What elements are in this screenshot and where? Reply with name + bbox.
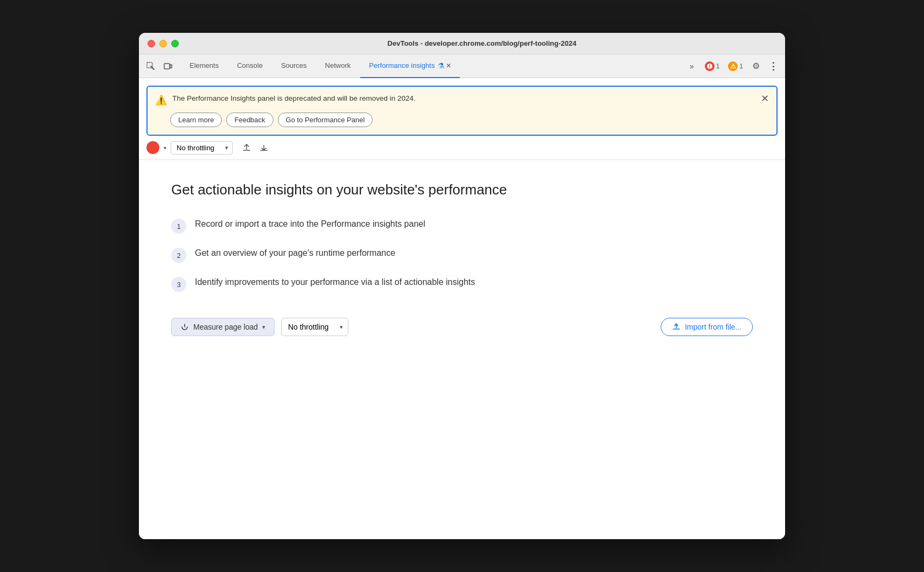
devtools-container: Elements Console Sources Network Perform… — [139, 54, 785, 539]
learn-more-button[interactable]: Learn more — [170, 113, 222, 127]
measure-btn-arrow-icon: ▾ — [262, 324, 265, 331]
tab-elements[interactable]: Elements — [181, 54, 227, 78]
close-banner-button[interactable]: ✕ — [758, 92, 771, 105]
inspect-element-icon[interactable] — [143, 59, 158, 74]
tab-console[interactable]: Console — [228, 54, 271, 78]
step-num-2: 2 — [171, 248, 186, 263]
measure-page-load-button[interactable]: Measure page load ▾ — [171, 318, 275, 336]
deprecation-banner: ⚠️ The Performance Insights panel is dep… — [146, 86, 778, 136]
tabs-right: » 1 ⚠ 1 ⚙ ⋮ — [684, 59, 781, 74]
close-button[interactable] — [148, 40, 155, 47]
throttle-select[interactable]: No throttling 4x slowdown 6x slowdown — [171, 141, 233, 155]
panel-content: ⚠️ The Performance Insights panel is dep… — [139, 78, 785, 539]
download-icon[interactable] — [256, 140, 271, 155]
toolbar: ▾ No throttling 4x slowdown 6x slowdown — [139, 136, 785, 160]
throttle2-wrapper: No throttling 4x slowdown 6x slowdown — [281, 318, 348, 336]
tab-sources[interactable]: Sources — [272, 54, 316, 78]
measure-btn-label: Measure page load — [193, 323, 258, 331]
upload-download — [239, 140, 271, 155]
tab-performance-insights[interactable]: Performance insights ⚗ ✕ — [360, 54, 460, 78]
banner-message: ⚠️ The Performance Insights panel is dep… — [155, 94, 755, 106]
action-row: Measure page load ▾ No throttling 4x slo… — [171, 318, 753, 336]
feedback-button[interactable]: Feedback — [226, 113, 273, 127]
step-text-3: Identify improvements to your performanc… — [195, 276, 475, 289]
svg-rect-1 — [164, 64, 170, 69]
titlebar: DevTools - developer.chrome.com/blog/per… — [139, 33, 785, 54]
maximize-button[interactable] — [171, 40, 179, 47]
throttle-dropdown-wrapper: No throttling 4x slowdown 6x slowdown — [171, 141, 233, 155]
tabs-bar: Elements Console Sources Network Perform… — [139, 54, 785, 78]
error-icon — [705, 61, 715, 71]
device-toolbar-icon[interactable] — [160, 59, 176, 74]
tab-network[interactable]: Network — [317, 54, 360, 78]
step-num-3: 3 — [171, 277, 186, 292]
warning-icon: ⚠ — [728, 61, 738, 71]
banner-warning-icon: ⚠️ — [155, 94, 167, 106]
settings-icon[interactable]: ⚙ — [748, 59, 764, 74]
step-list: 1 Record or import a trace into the Perf… — [171, 218, 753, 292]
error-badge[interactable]: 1 — [702, 60, 723, 72]
throttle2-select[interactable]: No throttling 4x slowdown 6x slowdown — [281, 318, 348, 336]
step-item-1: 1 Record or import a trace into the Perf… — [171, 218, 753, 234]
tab-icons — [143, 59, 176, 74]
devtools-window: DevTools - developer.chrome.com/blog/per… — [139, 33, 785, 539]
main-heading: Get actionable insights on your website'… — [171, 182, 753, 198]
traffic-lights — [148, 40, 179, 47]
main-content: Get actionable insights on your website'… — [139, 160, 785, 358]
banner-buttons: Learn more Feedback Go to Performance Pa… — [170, 113, 755, 127]
record-dropdown-icon[interactable]: ▾ — [164, 145, 166, 151]
import-btn-label: Import from file... — [685, 323, 741, 331]
performance-flask-icon: ⚗ — [438, 61, 445, 70]
step-item-3: 3 Identify improvements to your performa… — [171, 276, 753, 292]
step-text-1: Record or import a trace into the Perfor… — [195, 218, 425, 231]
close-icon: ✕ — [761, 93, 769, 104]
minimize-button[interactable] — [159, 40, 167, 47]
window-title: DevTools - developer.chrome.com/blog/per… — [187, 39, 776, 47]
go-to-panel-button[interactable]: Go to Performance Panel — [278, 113, 373, 127]
upload-icon[interactable] — [239, 140, 254, 155]
step-item-2: 2 Get an overview of your page's runtime… — [171, 247, 753, 263]
step-text-2: Get an overview of your page's runtime p… — [195, 247, 395, 260]
warning-badge[interactable]: ⚠ 1 — [725, 60, 746, 72]
more-options-icon[interactable]: ⋮ — [766, 59, 781, 74]
record-button[interactable] — [146, 141, 159, 154]
svg-rect-2 — [170, 65, 172, 68]
import-from-file-button[interactable]: Import from file... — [661, 318, 753, 336]
more-tabs-icon[interactable]: » — [684, 59, 699, 74]
step-num-1: 1 — [171, 219, 186, 234]
close-tab-icon[interactable]: ✕ — [446, 62, 451, 69]
